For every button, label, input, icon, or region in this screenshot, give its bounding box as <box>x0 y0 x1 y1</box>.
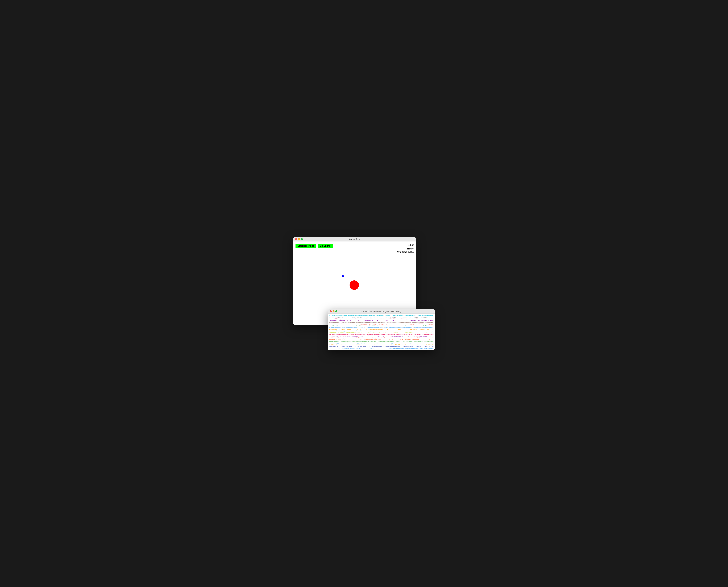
window-title: Cursor Task <box>349 238 360 240</box>
cursor-dot <box>342 275 344 277</box>
stat-trial: Trial 5 <box>397 247 414 250</box>
start-recording-button[interactable]: Start Recording <box>296 244 316 248</box>
close-button[interactable] <box>295 238 297 240</box>
stat-value: 11.9 <box>397 243 414 247</box>
neural-window: Neural Data Visualization (first 20 chan… <box>328 309 435 350</box>
neural-close-button[interactable] <box>330 310 332 312</box>
minimize-button[interactable] <box>298 238 300 240</box>
go-online-button[interactable]: Go Online <box>318 244 333 248</box>
neural-minimize-button[interactable] <box>333 310 335 312</box>
maximize-button[interactable] <box>301 238 303 240</box>
stat-avg-time: Avg Time 2.21s <box>397 250 414 254</box>
neural-canvas <box>329 314 433 349</box>
neural-maximize-button[interactable] <box>335 310 337 312</box>
neural-traffic-lights <box>330 310 337 312</box>
title-bar: Cursor Task <box>293 237 416 241</box>
neural-window-title: Neural Data Visualization (first 20 chan… <box>362 310 401 312</box>
target-circle <box>349 280 359 290</box>
toolbar: Start Recording Go Online <box>296 244 333 248</box>
stats-panel: 11.9 Trial 5 Avg Time 2.21s <box>397 243 414 254</box>
neural-content <box>328 314 435 350</box>
desktop: Cursor Task Start Recording Go Online 11… <box>293 237 435 350</box>
neural-title-bar: Neural Data Visualization (first 20 chan… <box>328 309 435 314</box>
traffic-lights <box>295 238 303 240</box>
